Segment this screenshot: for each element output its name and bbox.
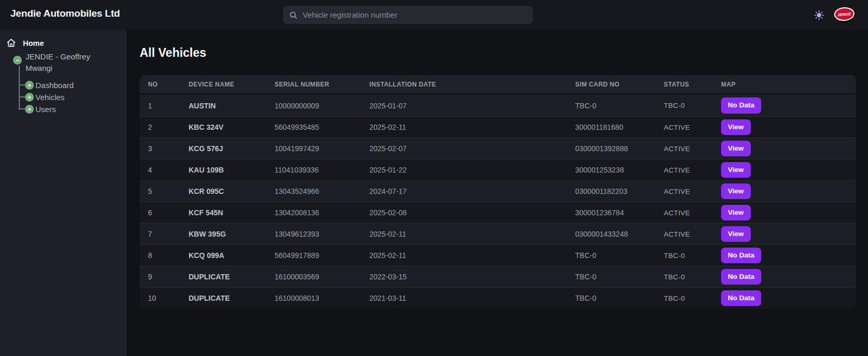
cell-installation-date: 2025-02-07 bbox=[369, 144, 575, 153]
map-button[interactable]: No Data bbox=[721, 269, 761, 285]
cell-device-name: KCG 576J bbox=[189, 144, 275, 153]
cell-status: ACTIVE bbox=[664, 145, 721, 153]
cell-no: 4 bbox=[148, 166, 189, 174]
cell-sim-card-no: TBC-0 bbox=[575, 273, 664, 281]
cell-device-name: AUSTIN bbox=[189, 102, 275, 110]
cell-no: 7 bbox=[148, 230, 189, 238]
column-header-serial-number: SERIAL NUMBER bbox=[275, 81, 369, 88]
cell-status: ACTIVE bbox=[664, 188, 721, 195]
cell-sim-card-no: 300001236784 bbox=[575, 208, 664, 217]
map-button[interactable]: View bbox=[721, 205, 751, 220]
cell-no: 6 bbox=[148, 208, 189, 217]
table-row: 1 AUSTIN 10000000009 2025-01-07 TBC-0 TB… bbox=[140, 95, 856, 116]
map-button[interactable]: No Data bbox=[721, 290, 761, 306]
table-header-row: NO DEVICE NAME SERIAL NUMBER INSTALLATIO… bbox=[140, 75, 856, 95]
cell-device-name: KAU 109B bbox=[189, 166, 275, 174]
company-logo[interactable]: JENDIE bbox=[834, 7, 855, 22]
map-button[interactable]: View bbox=[721, 226, 751, 242]
cell-sim-card-no: 0300001433248 bbox=[575, 230, 664, 238]
cell-no: 3 bbox=[148, 144, 189, 153]
cell-serial-number: 56049917889 bbox=[275, 251, 369, 260]
map-button[interactable]: View bbox=[721, 119, 751, 135]
table-row: 6 KCF 545N 13042008136 2025-02-08 300001… bbox=[140, 202, 856, 223]
cell-installation-date: 2025-02-08 bbox=[369, 208, 575, 217]
column-header-status: STATUS bbox=[664, 81, 721, 88]
expand-icon[interactable]: + bbox=[25, 93, 34, 102]
cell-device-name: KBW 395G bbox=[189, 230, 275, 238]
sidebar-item-label: Users bbox=[35, 105, 56, 114]
theme-toggle-sun-icon[interactable] bbox=[814, 10, 824, 20]
search-input[interactable] bbox=[303, 10, 527, 19]
map-button[interactable]: View bbox=[721, 141, 751, 156]
brand-title: Jendie Automobiles Ltd bbox=[10, 8, 120, 19]
topbar: Jendie Automobiles Ltd JENDIE bbox=[0, 0, 868, 30]
cell-sim-card-no: TBC-0 bbox=[575, 294, 664, 302]
cell-device-name: KCR 095C bbox=[189, 187, 275, 195]
table-row: 3 KCG 576J 10041997429 2025-02-07 030000… bbox=[140, 138, 856, 159]
vehicles-table: NO DEVICE NAME SERIAL NUMBER INSTALLATIO… bbox=[140, 75, 856, 309]
cell-no: 9 bbox=[148, 273, 189, 281]
company-logo-text: JENDIE bbox=[838, 12, 851, 17]
sidebar-item-users[interactable]: + Users bbox=[25, 105, 56, 114]
map-button[interactable]: View bbox=[721, 162, 751, 178]
page-title: All Vehicles bbox=[140, 46, 206, 60]
cell-device-name: DUPLICATE bbox=[189, 273, 275, 281]
cell-serial-number: 11041039336 bbox=[275, 166, 369, 174]
cell-serial-number: 16100008013 bbox=[275, 294, 369, 302]
cell-status: TBC-0 bbox=[664, 294, 721, 302]
table-row: 8 KCQ 099A 56049917889 2025-02-11 TBC-0 … bbox=[140, 244, 856, 266]
cell-serial-number: 10041997429 bbox=[275, 144, 369, 153]
table-row: 7 KBW 395G 13049612393 2025-02-11 030000… bbox=[140, 223, 856, 244]
app-shell: Home − JENDIE - Geoffrey Mwangi + Dashbo… bbox=[0, 30, 868, 356]
cell-status: ACTIVE bbox=[664, 166, 721, 174]
cell-installation-date: 2025-01-22 bbox=[369, 166, 575, 174]
cell-sim-card-no: 300001181680 bbox=[575, 123, 664, 131]
cell-status: TBC-0 bbox=[664, 252, 721, 260]
column-header-no: NO bbox=[148, 81, 189, 88]
cell-sim-card-no: 300001253238 bbox=[575, 166, 664, 174]
table-row: 4 KAU 109B 11041039336 2025-01-22 300001… bbox=[140, 159, 856, 180]
column-header-device-name: DEVICE NAME bbox=[189, 81, 275, 88]
cell-device-name: KCQ 099A bbox=[189, 251, 275, 260]
table-row: 9 DUPLICATE 16100003569 2022-03-15 TBC-0… bbox=[140, 266, 856, 287]
cell-status: TBC-0 bbox=[664, 102, 721, 109]
tree-root-node[interactable]: − JENDIE - Geoffrey Mwangi bbox=[13, 51, 114, 74]
sidebar-item-label: Vehicles bbox=[35, 93, 65, 102]
cell-installation-date: 2025-02-11 bbox=[369, 123, 575, 131]
collapse-icon[interactable]: − bbox=[13, 56, 22, 65]
cell-installation-date: 2025-02-11 bbox=[369, 251, 575, 260]
cell-installation-date: 2021-03-11 bbox=[369, 294, 575, 302]
search-box[interactable] bbox=[283, 6, 533, 24]
expand-icon[interactable]: + bbox=[25, 81, 34, 90]
tree-connector-stub bbox=[19, 96, 25, 97]
table-row: 10 DUPLICATE 16100008013 2021-03-11 TBC-… bbox=[140, 287, 856, 309]
sidebar-home-label: Home bbox=[23, 39, 44, 47]
cell-serial-number: 13049612393 bbox=[275, 230, 369, 238]
cell-sim-card-no: TBC-0 bbox=[575, 102, 664, 110]
main-content: All Vehicles NO DEVICE NAME SERIAL NUMBE… bbox=[127, 30, 868, 356]
cell-installation-date: 2022-03-15 bbox=[369, 273, 575, 281]
sidebar-item-label: Dashboard bbox=[35, 81, 73, 90]
cell-no: 2 bbox=[148, 123, 189, 131]
cell-serial-number: 56049935485 bbox=[275, 123, 369, 131]
map-button[interactable]: View bbox=[721, 183, 751, 199]
cell-serial-number: 13043524966 bbox=[275, 187, 369, 195]
sidebar-item-dashboard[interactable]: + Dashboard bbox=[25, 81, 73, 90]
cell-serial-number: 10000000009 bbox=[275, 102, 369, 110]
cell-device-name: KCF 545N bbox=[189, 208, 275, 217]
expand-icon[interactable]: + bbox=[25, 105, 34, 114]
tree-connector-stub bbox=[19, 84, 25, 85]
cell-device-name: DUPLICATE bbox=[189, 294, 275, 302]
cell-status: ACTIVE bbox=[664, 230, 721, 238]
sidebar-item-home[interactable]: Home bbox=[6, 38, 44, 48]
sidebar-item-vehicles[interactable]: + Vehicles bbox=[25, 93, 65, 102]
cell-no: 1 bbox=[148, 102, 189, 110]
home-icon bbox=[6, 38, 16, 48]
cell-no: 10 bbox=[148, 294, 189, 302]
table-row: 2 KBC 324V 56049935485 2025-02-11 300001… bbox=[140, 116, 856, 138]
map-button[interactable]: No Data bbox=[721, 248, 761, 263]
cell-installation-date: 2024-07-17 bbox=[369, 187, 575, 195]
map-button[interactable]: No Data bbox=[721, 97, 761, 113]
table-row: 5 KCR 095C 13043524966 2024-07-17 030000… bbox=[140, 180, 856, 202]
cell-no: 5 bbox=[148, 187, 189, 195]
